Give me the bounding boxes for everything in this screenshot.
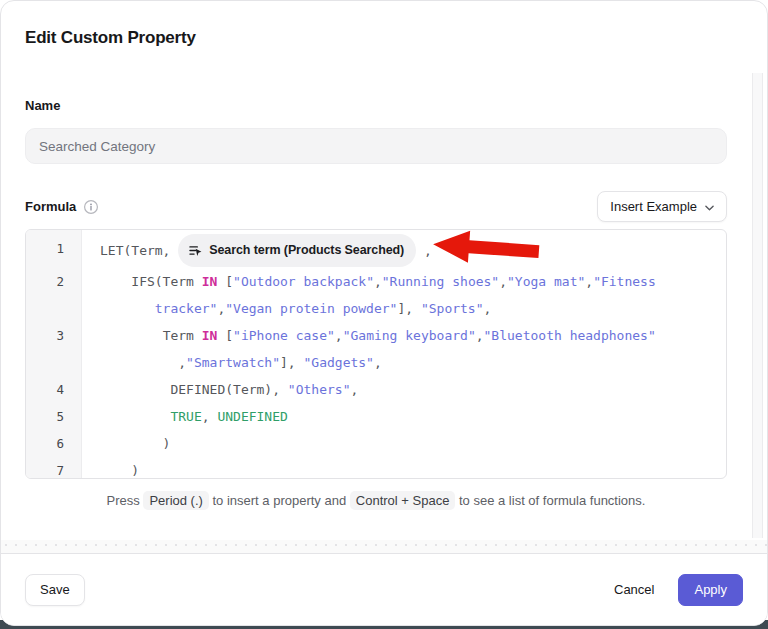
save-button[interactable]: Save	[25, 574, 85, 606]
code-token: DEFINED(Term),	[170, 382, 287, 397]
code-line[interactable]: Term IN ["iPhone case","Gaming keyboard"…	[82, 322, 707, 376]
code-token: ],	[397, 301, 420, 316]
code-token: IN	[202, 328, 218, 343]
code-row: 6)	[26, 430, 726, 457]
code-token: ,	[476, 328, 484, 343]
code-line[interactable]: LET(Term, Search term (Products Searched…	[82, 230, 707, 268]
code-token: [	[217, 328, 233, 343]
formula-row: Formula Insert Example	[25, 191, 727, 222]
code-token: [	[217, 274, 233, 289]
filter-cursor-icon	[189, 244, 202, 257]
kbd-period: Period (.)	[143, 491, 208, 510]
code-token: ,	[374, 355, 382, 370]
insert-example-button[interactable]: Insert Example	[597, 191, 727, 222]
code-token: "Gadgets"	[304, 355, 374, 370]
code-row: 3Term IN ["iPhone case","Gaming keyboard…	[26, 322, 726, 376]
line-number: 4	[26, 376, 82, 403]
page-title: Edit Custom Property	[25, 27, 743, 48]
code-token: ,	[202, 409, 218, 424]
hint-text: to see a list of formula functions.	[455, 493, 645, 508]
code-row: 4DEFINED(Term), "Others",	[26, 376, 726, 403]
line-number: 7	[26, 457, 82, 479]
chevron-down-icon	[705, 199, 714, 214]
code-row: 1LET(Term, Search term (Products Searche…	[26, 230, 726, 268]
modal-footer: Save Cancel Apply	[1, 554, 767, 625]
line-number: 3	[26, 322, 82, 376]
name-label: Name	[25, 98, 727, 114]
property-chip-label: Search term (Products Searched)	[209, 237, 404, 264]
code-line[interactable]: )	[82, 430, 707, 457]
info-icon[interactable]	[83, 199, 99, 215]
code-line[interactable]: )	[82, 457, 707, 479]
code-token: ],	[280, 355, 303, 370]
code-token: ,	[350, 382, 358, 397]
hint-text: to insert a property and	[209, 493, 350, 508]
name-input[interactable]	[25, 128, 727, 164]
line-number: 6	[26, 430, 82, 457]
code-token: ,	[335, 328, 343, 343]
code-token: "Smartwatch"	[186, 355, 280, 370]
code-token: ,	[499, 274, 507, 289]
property-chip[interactable]: Search term (Products Searched)	[178, 234, 416, 267]
scrollbar-track[interactable]	[752, 73, 763, 538]
formula-hint: Press Period (.) to insert a property an…	[25, 492, 727, 510]
code-token: "Others"	[288, 382, 351, 397]
modal-body: Name Formula Insert Example	[1, 48, 767, 510]
line-number: 1	[26, 230, 82, 268]
line-number: 2	[26, 268, 82, 322]
code-token: "Sports"	[421, 301, 484, 316]
screen-backdrop: Edit Custom Property Name Formula	[0, 0, 768, 629]
code-token: IFS(Term	[131, 274, 201, 289]
formula-label: Formula	[25, 199, 76, 215]
code-line[interactable]: DEFINED(Term), "Others",	[82, 376, 707, 403]
code-token: IN	[202, 274, 218, 289]
edit-custom-property-modal: Edit Custom Property Name Formula	[0, 0, 768, 626]
code-token: )	[131, 463, 139, 478]
code-token: "Vegan protein powder"	[225, 301, 397, 316]
code-row: 5TRUE, UNDEFINED	[26, 403, 726, 430]
code-token: "Yoga mat"	[507, 274, 585, 289]
code-token: ,	[585, 274, 593, 289]
code-row: 2IFS(Term IN ["Outdoor backpack","Runnin…	[26, 268, 726, 322]
hint-text: Press	[107, 493, 144, 508]
insert-example-label: Insert Example	[610, 199, 697, 214]
code-line[interactable]: IFS(Term IN ["Outdoor backpack","Running…	[82, 268, 707, 322]
code-row: 7)	[26, 457, 726, 479]
code-token: ,	[484, 301, 492, 316]
editor-rows: 1LET(Term, Search term (Products Searche…	[26, 230, 726, 478]
code-token: "Gaming keyboard"	[343, 328, 476, 343]
code-line[interactable]: TRUE, UNDEFINED	[82, 403, 707, 430]
code-token: LET(Term,	[100, 243, 178, 258]
cancel-button[interactable]: Cancel	[610, 574, 658, 606]
code-token: Term	[163, 328, 202, 343]
code-token: "Outdoor backpack"	[233, 274, 374, 289]
code-token: TRUE	[170, 409, 201, 424]
dotted-divider-strip	[1, 540, 767, 554]
formula-editor[interactable]: 1LET(Term, Search term (Products Searche…	[25, 229, 727, 479]
apply-button[interactable]: Apply	[678, 574, 743, 606]
modal-header: Edit Custom Property	[1, 1, 767, 48]
kbd-control-space: Control + Space	[350, 491, 456, 510]
code-token: ,	[374, 274, 382, 289]
code-token: "Running shoes"	[382, 274, 499, 289]
code-token: )	[163, 436, 171, 451]
code-token: "iPhone case"	[233, 328, 335, 343]
line-number: 5	[26, 403, 82, 430]
code-token: UNDEFINED	[217, 409, 287, 424]
code-token: "Bluetooth headphones"	[484, 328, 656, 343]
